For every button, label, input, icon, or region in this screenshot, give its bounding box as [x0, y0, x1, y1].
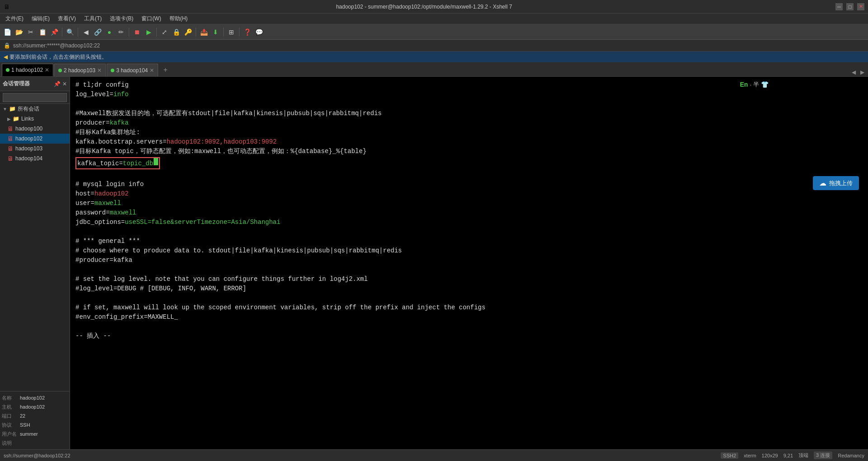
toolbar: 📄 📂 ✂ 📋 📌 🔍 ◀ 🔗 ● ✏ ⏹ ▶ ⤢ 🔒 🔑 📤 ⬇ ⊞ ❓ 💬: [0, 24, 868, 40]
terminal-line-blank4: [75, 265, 863, 275]
code-log-level-debug: #log_level=DEBUG # [DEBUG, INFO, WARN, E…: [75, 284, 246, 293]
sidebar: 会话管理器 📌 ✕ ▼ 📁 所有会话 ▶ 📁 Links 🖥 hadoop100: [0, 77, 70, 449]
tab-nav-right[interactable]: ▶: [859, 68, 866, 76]
terminal-line-2: log_level=info: [75, 90, 863, 99]
tree-hadoop102-icon: 🖥: [7, 135, 14, 142]
terminal-content[interactable]: # tl;dr config log_level=info #Maxwell数据…: [70, 77, 868, 449]
sidebar-search: [0, 91, 70, 104]
tab-nav-left[interactable]: ◀: [850, 68, 858, 76]
minimize-button[interactable]: ─: [835, 3, 843, 10]
toolbar-upload[interactable]: 📤: [198, 27, 209, 37]
sidebar-item-hadoop103-label: hadoop103: [15, 145, 42, 152]
info-label-protocol: 协议: [2, 422, 18, 428]
tab-1[interactable]: 1 hadoop102 ✕: [2, 64, 53, 76]
maximize-button[interactable]: □: [846, 3, 854, 10]
toolbar-help[interactable]: ❓: [242, 27, 253, 37]
sidebar-search-input[interactable]: [3, 93, 67, 102]
menu-edit[interactable]: 编辑(E): [28, 14, 53, 23]
info-value-port: 22: [20, 413, 25, 419]
code-maxwell-comment: #Maxwell数据发送目的地，可选配置有stdout|file|kafka|k…: [75, 109, 382, 118]
terminal-line-producer-commented: #producer=kafka: [75, 256, 863, 265]
terminal-line-choose: # choose where to produce data to. stdou…: [75, 246, 863, 256]
toolbar-sep5: [196, 28, 196, 37]
terminal-line-log-level-debug: #log_level=DEBUG # [DEBUG, INFO, WARN, E…: [75, 284, 863, 293]
menu-tabs[interactable]: 选项卡(B): [106, 14, 137, 23]
im-dot: ·: [750, 81, 751, 88]
upload-button-label: 拖拽上传: [829, 179, 853, 187]
title-bar-icon: 🖥: [4, 3, 10, 10]
terminal-container[interactable]: En · 半 👕 # tl;dr config log_level=info #…: [70, 77, 868, 449]
sidebar-item-links[interactable]: ▶ 📁 Links: [0, 114, 70, 124]
status-scroll: 顶端: [798, 452, 808, 459]
code-log-level-val: info: [113, 90, 129, 99]
title-bar: 🖥 hadoop102 - summer@hadoop102:/opt/modu…: [0, 0, 868, 14]
sidebar-close-btn[interactable]: ✕: [62, 81, 67, 87]
terminal-line-password: password=maxwell: [75, 208, 863, 218]
toolbar-search[interactable]: 🔍: [65, 27, 75, 37]
toolbar-expand[interactable]: ⤢: [159, 27, 170, 37]
terminal-line-kafka-addr-comment: #目标Kafka集群地址:: [75, 128, 863, 137]
kafka-topic-highlight: kafka_topic=topic_db: [75, 157, 160, 169]
sidebar-item-hadoop100[interactable]: 🖥 hadoop100: [0, 124, 70, 134]
toolbar-lock[interactable]: 🔒: [171, 27, 182, 37]
tab-add-button[interactable]: +: [159, 64, 172, 76]
menu-tools[interactable]: 工具(T): [80, 14, 105, 23]
tree-hadoop103-icon: 🖥: [7, 145, 14, 152]
toolbar-connection[interactable]: 🔗: [92, 27, 103, 37]
sidebar-item-all-sessions-label: 所有会话: [18, 105, 39, 113]
tab-1-label: 1 hadoop102: [11, 67, 43, 73]
menu-view[interactable]: 查看(V): [54, 14, 80, 23]
tab-3-close[interactable]: ✕: [150, 67, 154, 74]
status-left: ssh://summer@hadoop102:22: [4, 453, 70, 458]
upload-button[interactable]: ☁ 拖拽上传: [813, 176, 859, 190]
sidebar-item-hadoop103[interactable]: 🖥 hadoop103: [0, 144, 70, 154]
toolbar-msg[interactable]: 💬: [253, 27, 264, 37]
sidebar-info: 名称 hadoop102 主机 hadoop102 端口 22 协议 SSH 用…: [0, 391, 70, 449]
terminal-line-jdbc: jdbc_options=useSSL=false&serverTimezone…: [75, 218, 863, 227]
toolbar-btn3[interactable]: ✂: [25, 27, 36, 37]
toolbar-grid[interactable]: ⊞: [226, 27, 237, 37]
toolbar-new[interactable]: 📄: [2, 27, 13, 37]
sidebar-header: 会话管理器 📌 ✕: [0, 77, 70, 91]
sidebar-item-hadoop104[interactable]: 🖥 hadoop104: [0, 154, 70, 163]
terminal-line-kafka-topic: kafka_topic=topic_db: [75, 157, 863, 169]
tab-2[interactable]: 2 hadoop103 ✕: [54, 64, 106, 76]
title-bar-text: hadoop102 - summer@hadoop102:/opt/module…: [13, 4, 835, 10]
info-label-name: 名称: [2, 395, 18, 401]
toolbar-pencil[interactable]: ✏: [116, 27, 127, 37]
toolbar-key[interactable]: 🔑: [183, 27, 193, 37]
menu-help[interactable]: 帮助(H): [166, 14, 192, 23]
toolbar-paste[interactable]: 📌: [49, 27, 60, 37]
toolbar-copy[interactable]: 📋: [37, 27, 48, 37]
code-mysql-comment: # mysql login info: [75, 180, 144, 189]
toolbar-download[interactable]: ⬇: [210, 27, 221, 37]
tab-2-close[interactable]: ✕: [97, 67, 102, 74]
menu-window[interactable]: 窗口(W): [138, 14, 164, 23]
info-bar: ◀ 要添加到前会话，点击左侧的箭头按钮。: [0, 51, 868, 62]
info-label-username: 用户名: [2, 431, 18, 438]
toolbar-green2[interactable]: ▶: [143, 27, 154, 37]
toolbar-stop[interactable]: ⏹: [131, 27, 142, 37]
info-row-port: 端口 22: [2, 411, 68, 420]
code-tl-dr: # tl;dr config: [75, 80, 129, 90]
tab-3[interactable]: 3 hadoop104 ✕: [107, 64, 158, 76]
im-indicator: En · 半 👕: [740, 80, 769, 88]
code-log-level-comment: # set the log level. note that you can c…: [75, 275, 368, 284]
toolbar-green[interactable]: ●: [104, 27, 115, 37]
code-log-level-key: log_level=: [75, 90, 113, 99]
tab-1-close[interactable]: ✕: [45, 67, 49, 73]
menu-file[interactable]: 文件(E): [2, 14, 27, 23]
close-button[interactable]: ✕: [857, 3, 864, 10]
tree-expand-icon: ▼: [3, 107, 7, 112]
sidebar-item-all-sessions[interactable]: ▼ 📁 所有会话: [0, 104, 70, 114]
toolbar-back[interactable]: ◀: [80, 27, 91, 37]
toolbar-open[interactable]: 📂: [14, 27, 24, 37]
code-kafka-topic-key: kafka_topic=: [77, 159, 123, 168]
sidebar-pin-btn[interactable]: 📌: [54, 81, 61, 87]
status-position: 9,21: [784, 453, 793, 458]
code-user-val: maxwell: [94, 199, 121, 208]
cursor-block: [154, 158, 158, 165]
info-value-host: hadoop102: [20, 404, 45, 410]
terminal-line-blank2: [75, 170, 863, 180]
sidebar-item-hadoop102[interactable]: 🖥 hadoop102: [0, 134, 70, 144]
